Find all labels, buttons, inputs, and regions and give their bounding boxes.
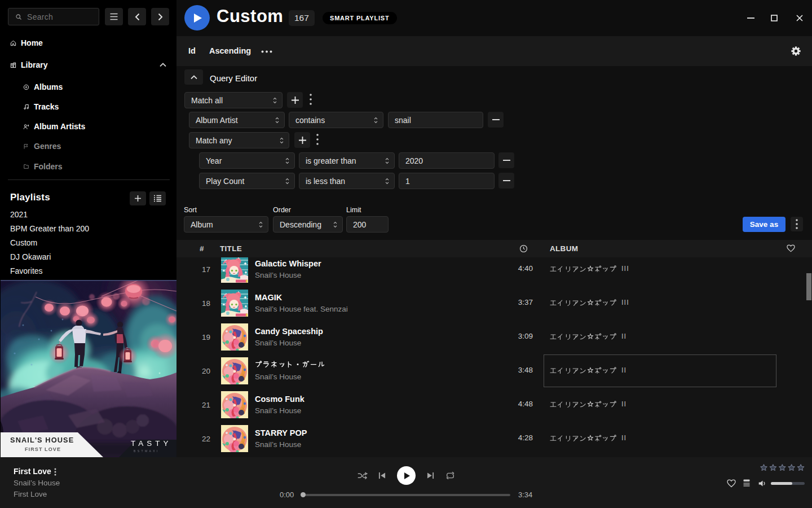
svg-text:SNAIL'S HOUSE: SNAIL'S HOUSE [10, 436, 74, 444]
svg-text:TASTY: TASTY [131, 439, 172, 448]
svg-text:FIRST LOVE: FIRST LOVE [25, 446, 61, 452]
svg-text:BSTMAXI: BSTMAXI [134, 449, 160, 453]
